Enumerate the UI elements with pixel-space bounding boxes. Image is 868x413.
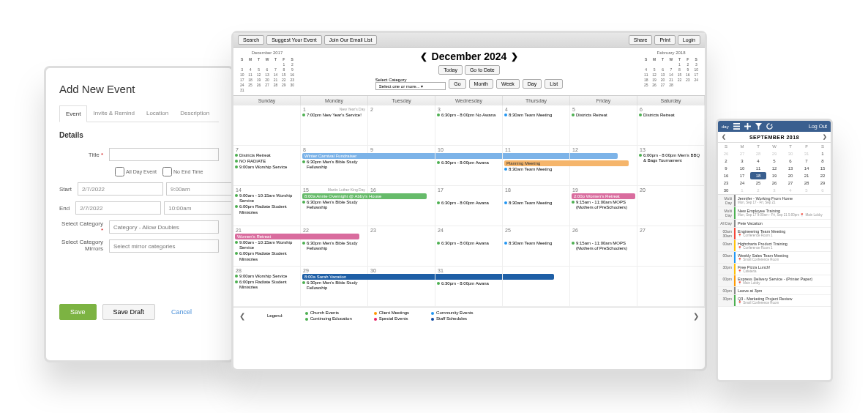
mobile-day[interactable]: 6 — [782, 157, 798, 165]
mobile-day[interactable]: 22 — [815, 172, 831, 179]
go-button[interactable]: Go — [449, 79, 465, 89]
mobile-day[interactable]: 17 — [734, 172, 750, 179]
end-date-input[interactable] — [75, 201, 161, 215]
mobile-event-item[interactable]: All DayPete Vacation — [718, 220, 831, 228]
day-cell[interactable]: 23 — [368, 226, 435, 267]
join-email-button[interactable]: Join Our Email List — [324, 35, 378, 45]
mobile-day[interactable]: 25 — [750, 179, 766, 187]
view-day[interactable]: Day — [523, 79, 542, 89]
mobile-day[interactable]: 20 — [782, 172, 798, 179]
mobile-event-item[interactable]: 00amHighcharts Product Training📍 Confere… — [718, 240, 831, 252]
day-cell[interactable]: 24 6:30pm - 8:00pm Awana — [435, 226, 503, 267]
day-cell[interactable]: 22 6:30pm Men's Bible Study Fellowship — [301, 226, 368, 267]
day-cell[interactable] — [570, 267, 637, 307]
mobile-day[interactable]: 4 — [750, 157, 766, 165]
mobile-day[interactable]: 13 — [782, 165, 798, 172]
mobile-day[interactable]: 11 — [750, 165, 766, 172]
day-cell[interactable]: 12 — [570, 146, 637, 186]
mobile-day[interactable]: 19 — [766, 172, 782, 179]
mobile-day[interactable]: 30 — [718, 187, 734, 194]
day-cell[interactable]: 5 Districts Retreat — [570, 105, 637, 146]
day-cell[interactable]: 29 8:00a Sarah Vacation 6:30pm Men's Bib… — [301, 267, 368, 307]
mobile-day[interactable]: 24 — [734, 179, 750, 187]
day-cell[interactable]: 7 Districts Retreat NO RADIATE 9:00am Wo… — [233, 146, 301, 186]
cancel-button[interactable]: Cancel — [161, 305, 202, 319]
mobile-day[interactable]: 8 — [815, 157, 831, 165]
mobile-event-item[interactable]: 00amWeekly Sales Team Meeting📍 Small Con… — [718, 252, 831, 264]
day-cell[interactable]: 28 9:00am Worship Service 6:00pm Radiate… — [233, 267, 301, 307]
noend-checkbox[interactable]: No End Time — [162, 167, 203, 176]
mobile-day[interactable]: 9 — [718, 165, 734, 172]
mobile-next-icon[interactable]: ❯ — [823, 134, 828, 140]
day-cell[interactable]: 11 Planning Meeting 8:30am Team Meeting — [503, 146, 570, 186]
tab-event[interactable]: Event — [59, 105, 87, 122]
day-cell[interactable]: 10 6:30pm - 8:00pm Awana — [435, 146, 503, 186]
mobile-event-item[interactable]: 00pmLeave at 3pm — [718, 287, 831, 295]
day-cell[interactable]: 15Martin Luther King Day 8:00a Annie Ove… — [301, 186, 368, 226]
print-button[interactable]: Print — [654, 35, 675, 45]
save-draft-button[interactable]: Save Draft — [102, 304, 156, 320]
mobile-event-item[interactable]: 30pmFree Pizza Lunch!📍 Cafeteria — [718, 264, 831, 275]
day-cell[interactable]: 21 Women's Retreat 9:00am - 10:15am Wors… — [233, 226, 301, 267]
mobile-event-item[interactable]: Multi DayJennifer - Working From HomeMon… — [718, 195, 831, 207]
mobile-day[interactable]: 14 — [798, 165, 815, 172]
day-cell[interactable] — [233, 105, 301, 146]
day-cell[interactable]: 9 — [368, 146, 435, 186]
mobile-day[interactable]: 27 — [782, 179, 798, 187]
mini-cal-right[interactable]: February 2018 SMTWTFS1234567891011121314… — [642, 51, 700, 87]
mobile-day[interactable]: 15 — [815, 165, 831, 172]
day-cell[interactable]: 31 6:30pm - 8:00pm Awana — [435, 267, 503, 307]
day-cell[interactable]: 26 9:15am - 11:00am MOPS (Mothers of Pre… — [570, 226, 637, 267]
next-month-button[interactable]: ❯ — [511, 51, 518, 62]
menu-icon[interactable] — [733, 123, 740, 130]
mobile-event-item[interactable]: Multi DayNew Employee TrainingMon, Sep 1… — [718, 207, 831, 220]
day-cell[interactable]: 4 8:30am Team Meeting — [503, 105, 570, 146]
mobile-day[interactable]: 2 — [718, 157, 734, 165]
day-cell[interactable]: 6 Districts Retreat — [637, 105, 705, 146]
view-list[interactable]: List — [545, 79, 563, 89]
mobile-day[interactable]: 29 — [815, 179, 831, 187]
mobile-event-item[interactable]: 00am 30amEngineering Team Meeting📍 Confe… — [718, 228, 831, 240]
view-month[interactable]: Month — [469, 79, 493, 89]
start-date-input[interactable] — [78, 182, 163, 196]
mobile-day[interactable]: 18 — [750, 172, 766, 179]
share-button[interactable]: Share — [629, 35, 653, 45]
plus-icon[interactable] — [744, 123, 751, 130]
mobile-event-item[interactable]: 30pmQ3 - Marketing Project Review📍 Small… — [718, 295, 831, 307]
suggest-event-button[interactable]: Suggest Your Event — [266, 35, 322, 45]
title-input[interactable] — [109, 148, 219, 161]
save-button[interactable]: Save — [59, 304, 97, 320]
mobile-day[interactable]: 1 — [815, 150, 831, 157]
day-cell[interactable]: 30 — [368, 267, 435, 307]
mobile-day[interactable]: 10 — [734, 165, 750, 172]
mobile-day[interactable]: 23 — [718, 179, 734, 187]
tab-location[interactable]: Location — [141, 105, 174, 122]
mobile-day[interactable]: 7 — [798, 157, 815, 165]
mobile-day[interactable]: 5 — [766, 157, 782, 165]
logout-button[interactable]: Log Out — [809, 124, 827, 129]
legend-next-icon[interactable]: ❯ — [693, 312, 699, 320]
day-cell[interactable]: 20 — [637, 186, 705, 226]
mobile-prev-icon[interactable]: ❮ — [722, 134, 727, 140]
today-button[interactable]: Today — [438, 65, 463, 75]
mobile-day[interactable]: 16 — [718, 172, 734, 179]
day-cell[interactable] — [637, 267, 705, 307]
mobile-day[interactable]: 26 — [766, 179, 782, 187]
refresh-icon[interactable] — [766, 123, 773, 130]
mobile-day[interactable]: 21 — [798, 172, 815, 179]
login-button[interactable]: Login — [678, 35, 700, 45]
category-dropdown[interactable]: Select one or more... ▾ — [375, 82, 446, 90]
legend-prev-icon[interactable]: ❮ — [239, 312, 245, 320]
day-cell[interactable]: 27 — [637, 226, 705, 267]
day-cell[interactable]: 3 6:30pm - 8:00pm No Awana — [435, 105, 503, 146]
day-cell[interactable]: 8 Winter Carnival Fundraiser 6:30pm Men'… — [301, 146, 368, 186]
allday-checkbox[interactable]: All Day Event — [115, 167, 157, 176]
mirrors-select[interactable] — [109, 239, 219, 253]
filter-icon[interactable] — [755, 123, 762, 130]
day-cell[interactable]: 25 8:30am Team Meeting — [503, 226, 570, 267]
mobile-event-item[interactable]: 00pmExpress Delivery Service - (Printer … — [718, 275, 831, 287]
tab-invite[interactable]: Invite & Remind — [87, 105, 140, 122]
mobile-day[interactable]: 28 — [798, 179, 815, 187]
mobile-mini-cal[interactable]: SMTWTFS262728293031123456789101112131415… — [718, 143, 831, 194]
view-week[interactable]: Week — [496, 79, 520, 89]
